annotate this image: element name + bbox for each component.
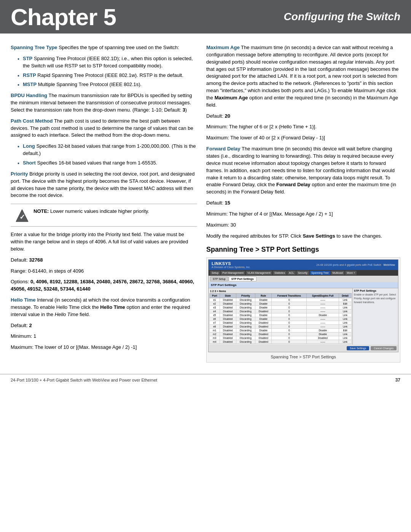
rstp-item: RSTP Rapid Spanning Tree Protocol (IEEE … bbox=[18, 72, 197, 79]
hello-default-para: Default: 2 bbox=[11, 322, 197, 329]
table-cell: Disable bbox=[255, 302, 272, 306]
table-cell: Disable bbox=[255, 298, 272, 302]
table-cell: Disabled bbox=[255, 340, 272, 344]
sim-cancel-btn[interactable]: Cancel Changes bbox=[371, 346, 397, 350]
col-speed: Speed/Duplex Full bbox=[307, 294, 339, 298]
table-cell: —— bbox=[307, 310, 339, 313]
bridge-priority-text: Enter a value for the bridge priority in… bbox=[11, 231, 197, 253]
spanning-tree-type-para: Spanning Tree Type Specifies the type of… bbox=[11, 44, 197, 51]
table-cell: Discarding bbox=[236, 298, 255, 302]
table-row: m3DisabledDiscardingDisabled0DisabledLin… bbox=[210, 336, 352, 340]
hello-default-val: 2 bbox=[29, 323, 32, 328]
max-age-default-val: 20 bbox=[225, 113, 230, 119]
stp-list: STP Spanning Tree Protocol (IEEE 802.1D)… bbox=[18, 55, 197, 88]
sim-data-table: Port State Priority Role Forward Transit… bbox=[209, 293, 352, 344]
table-cell: e8 bbox=[210, 325, 220, 329]
right-column: Maximum Age The maximum time (in seconds… bbox=[206, 44, 400, 363]
col-state: State bbox=[220, 294, 236, 298]
table-cell: m4 bbox=[210, 340, 220, 344]
table-cell: 0 bbox=[272, 317, 307, 321]
sim-table-area: 1 2 3 > Items Port State Priority Role F… bbox=[209, 288, 352, 345]
mstp-label: MSTP bbox=[23, 81, 37, 87]
table-cell: Disabled bbox=[220, 310, 236, 313]
forward-delay-label: Forward Delay bbox=[206, 146, 241, 152]
nav-stats[interactable]: Statistics bbox=[273, 271, 287, 275]
nav-acl[interactable]: ACL bbox=[287, 271, 296, 275]
sim-header: LINKSYS A Division of Cisco Systems, Inc… bbox=[209, 260, 398, 270]
table-cell: m1 bbox=[210, 329, 220, 332]
short-label: Short bbox=[23, 160, 36, 166]
table-cell: Disabled bbox=[255, 332, 272, 336]
table-cell: Discarding bbox=[236, 317, 255, 321]
table-cell: Disabled bbox=[220, 332, 236, 336]
priority-label: Priority bbox=[11, 171, 28, 177]
table-row: e8DisabledDiscardingDisabled0——Link bbox=[210, 325, 352, 329]
table-cell: Disabled bbox=[220, 313, 236, 317]
default-value-para: Default: 32768 bbox=[11, 257, 197, 264]
table-cell: Discarding bbox=[236, 310, 255, 313]
hello-time-link: Hello Time bbox=[100, 304, 125, 310]
spanning-tree-type-label: Spanning Tree Type bbox=[11, 45, 57, 50]
nav-vlan[interactable]: VLAN Management bbox=[246, 271, 272, 275]
sim-sub-nav: STP Setup STP Port Settings bbox=[209, 276, 398, 282]
table-cell: 0 bbox=[272, 325, 307, 329]
table-cell: Disabled bbox=[220, 325, 236, 329]
col-fwd: Forward Transitions bbox=[272, 294, 307, 298]
table-cell: Link bbox=[339, 310, 351, 313]
hello-time-para: Hello Time Interval (in seconds) at whic… bbox=[11, 297, 197, 318]
table-cell: 0 bbox=[272, 313, 307, 317]
nav-more[interactable]: More + bbox=[345, 271, 357, 275]
hello-time-italic: Hello Time bbox=[55, 312, 78, 317]
table-cell: 0 bbox=[272, 298, 307, 302]
table-cell: Discarding bbox=[236, 302, 255, 306]
table-row: e5DisabledDiscardingDisable0DisableLink bbox=[210, 313, 352, 317]
nav-spanning[interactable]: Spanning Tree bbox=[310, 271, 330, 275]
table-cell: Disabled bbox=[220, 340, 236, 344]
table-cell: —— bbox=[307, 317, 339, 321]
sim-sidebar-title: STP Port Settings bbox=[354, 289, 397, 292]
table-cell: Disabled bbox=[220, 317, 236, 321]
table-row: m4DisabledDiscardingDisabled0——Link bbox=[210, 340, 352, 344]
priority-para: Priority Bridge priority is used in sele… bbox=[11, 171, 197, 199]
table-cell: Disabled bbox=[220, 329, 236, 332]
note-text: NOTE: Lower numeric values indicate high… bbox=[33, 208, 149, 215]
main-content: Spanning Tree Type Specifies the type of… bbox=[0, 34, 411, 370]
subtab-stp-port[interactable]: STP Port Settings bbox=[229, 276, 256, 281]
path-cost-list: Long Specifies 32-bit based values that … bbox=[18, 143, 197, 167]
nav-port[interactable]: Port Management bbox=[221, 271, 245, 275]
nav-multicast[interactable]: Multicast bbox=[331, 271, 345, 275]
save-link: Save Settings bbox=[303, 233, 335, 239]
table-cell: Disable bbox=[255, 317, 272, 321]
col-port: Port bbox=[210, 294, 220, 298]
sim-pagination: 1 2 3 > Items bbox=[209, 289, 352, 293]
table-cell: Disabled bbox=[220, 336, 236, 340]
nav-security[interactable]: Security bbox=[296, 271, 309, 275]
sim-footer: Save Settings Cancel Changes bbox=[209, 345, 398, 352]
footer-left: 24-Port 10/100 + 4-Port Gigabit Switch w… bbox=[11, 378, 157, 382]
table-row: e7DisabledDiscardingDisabled0——Link bbox=[210, 321, 352, 325]
table-cell: Link bbox=[339, 317, 351, 321]
forward-delay-link: Forward Delay bbox=[276, 182, 311, 187]
table-cell: Disabled bbox=[255, 321, 272, 325]
table-cell: e3 bbox=[210, 306, 220, 310]
short-item: Short Specifies 16-bit based values that… bbox=[18, 160, 197, 167]
table-cell: Edit bbox=[339, 302, 351, 306]
mstp-item: MSTP Multiple Spanning Tree Protocol (IE… bbox=[18, 81, 197, 88]
bpdu-para: BPDU Handling The maximum transmission r… bbox=[11, 92, 197, 114]
subtab-stp-setup[interactable]: STP Setup bbox=[210, 276, 228, 281]
table-cell: 0 bbox=[272, 321, 307, 325]
table-cell: e1 bbox=[210, 298, 220, 302]
fwd-default-val: 15 bbox=[225, 200, 230, 206]
nav-setup[interactable]: Setup bbox=[210, 271, 220, 275]
table-cell: —— bbox=[307, 321, 339, 325]
long-label: Long bbox=[23, 143, 35, 149]
stp-item: STP Spanning Tree Protocol (IEEE 802.1D)… bbox=[18, 55, 197, 70]
sim-save-btn[interactable]: Save Settings bbox=[347, 346, 369, 350]
table-cell: —— bbox=[307, 298, 339, 302]
table-cell: Link bbox=[339, 340, 351, 344]
table-cell: Discarding bbox=[236, 313, 255, 317]
table-cell: Link bbox=[339, 313, 351, 317]
note-icon: ✓ bbox=[15, 209, 29, 222]
table-cell: Link bbox=[339, 298, 351, 302]
table-cell: e6 bbox=[210, 317, 220, 321]
